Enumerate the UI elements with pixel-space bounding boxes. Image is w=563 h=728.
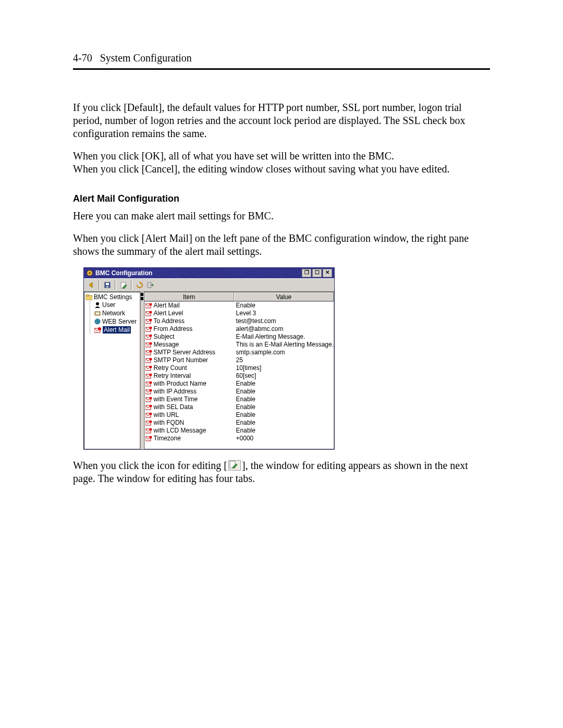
mail-icon [145, 366, 152, 371]
table-row[interactable]: with SEL DataEnable [144, 403, 334, 411]
mail-icon [145, 335, 152, 340]
row-value: +0000 [235, 435, 334, 442]
row-value: E-Mail Alerting Message. [235, 333, 334, 341]
mail-icon [145, 327, 152, 332]
table-row[interactable]: SMTP Port Number25 [144, 356, 334, 364]
edit-icon[interactable] [119, 281, 128, 289]
row-value: Enable [235, 302, 334, 310]
table-row[interactable]: Retry Count10[times] [144, 364, 334, 372]
close-icon[interactable]: ✕ [323, 269, 332, 277]
row-item-label: with IP Address [154, 388, 197, 396]
window-titlebar[interactable]: BMC Configuration ❐ ☐ ✕ [84, 268, 334, 278]
row-value: smtp.sample.com [235, 349, 334, 356]
mail-icon [145, 342, 152, 348]
row-value: Enable [235, 380, 334, 388]
column-header-item[interactable]: Item [144, 292, 234, 301]
mail-icon [145, 405, 152, 410]
table-row[interactable]: Alert MailEnable [144, 302, 334, 310]
svg-point-1 [89, 272, 91, 274]
row-value: 60[sec] [235, 372, 334, 380]
row-item-label: SMTP Server Address [154, 349, 216, 356]
maximize-icon[interactable]: ☐ [312, 269, 322, 277]
paragraph-ok: When you click [OK], all of what you hav… [73, 150, 490, 163]
tree-item-webserver[interactable]: WEB Server [94, 317, 139, 326]
save-icon[interactable] [103, 281, 112, 289]
table-row[interactable]: Timezone+0000 [144, 435, 334, 442]
table-row[interactable]: with FQDNEnable [144, 419, 334, 427]
back-icon[interactable] [87, 281, 95, 289]
mail-icon [145, 381, 152, 387]
row-value: Enable [235, 419, 334, 427]
bmc-config-window: BMC Configuration ❐ ☐ ✕ BMC Settings [83, 267, 335, 450]
table-row[interactable]: with Product NameEnable [144, 380, 334, 388]
svg-point-9 [96, 302, 99, 305]
user-icon [94, 302, 101, 308]
table-row[interactable]: Alert LevelLevel 3 [144, 310, 334, 317]
gear-icon [86, 269, 93, 277]
row-item-label: with Product Name [154, 380, 206, 388]
row-value: Enable [235, 403, 334, 411]
table-row[interactable]: with URLEnable [144, 411, 334, 419]
table-row[interactable]: MessageThis is an E-Mail Alerting Messag… [144, 341, 334, 349]
rows-container: Alert MailEnableAlert LevelLevel 3To Add… [144, 302, 334, 449]
table-row[interactable]: with LCD MessageEnable [144, 427, 334, 435]
paragraph-cancel: When you click [Cancel], the editing win… [73, 163, 490, 176]
svg-rect-3 [106, 283, 109, 285]
toolbar [84, 278, 334, 292]
table-row[interactable]: SMTP Server Addresssmtp.sample.com [144, 349, 334, 356]
mail-icon [145, 413, 152, 418]
header-rule [73, 68, 490, 70]
tree-root[interactable]: BMC Settings [85, 293, 139, 301]
column-header-value[interactable]: Value [234, 292, 334, 301]
row-value: Enable [235, 388, 334, 396]
tree-item-network[interactable]: Network [94, 309, 139, 317]
row-item-label: Alert Level [154, 310, 183, 317]
row-item-label: Subject [154, 333, 175, 341]
restore-icon[interactable]: ❐ [302, 269, 311, 277]
mail-icon [145, 397, 152, 402]
section-heading: Alert Mail Configuration [73, 193, 490, 204]
exit-icon[interactable] [146, 281, 154, 289]
reload-icon[interactable] [136, 281, 144, 289]
folder-icon [85, 294, 92, 300]
row-value: 10[times] [235, 364, 334, 372]
mail-icon [145, 350, 152, 355]
mail-icon [145, 421, 152, 426]
row-item-label: with Event Time [154, 396, 198, 403]
svg-rect-4 [106, 286, 108, 288]
mail-icon [94, 327, 101, 333]
table-row[interactable]: SubjectE-Mail Alerting Message. [144, 333, 334, 341]
window-title: BMC Configuration [95, 269, 152, 277]
row-item-label: Retry Interval [154, 372, 191, 380]
page-title: System Configuration [100, 52, 192, 64]
paragraph-intro: Here you can make alert mail settings fo… [73, 209, 490, 223]
tree-pane[interactable]: BMC Settings User Network WEB Server [84, 292, 140, 449]
mail-icon [145, 319, 152, 324]
table-row[interactable]: From Addressalert@abmc.com [144, 325, 334, 333]
tree-item-user[interactable]: User [94, 301, 139, 309]
mail-icon [145, 374, 152, 379]
mail-icon [145, 389, 152, 394]
row-item-label: with FQDN [154, 419, 185, 427]
row-item-label: From Address [154, 325, 193, 333]
svg-point-14 [98, 327, 101, 330]
network-icon [94, 310, 101, 316]
paragraph-click-alert: When you click [Alert Mail] on the left … [73, 232, 490, 258]
row-item-label: with URL [154, 411, 179, 419]
row-value: test@test.com [235, 317, 334, 325]
row-item-label: Alert Mail [154, 302, 180, 310]
table-row[interactable]: with Event TimeEnable [144, 396, 334, 403]
table-row[interactable]: with IP AddressEnable [144, 388, 334, 396]
table-row[interactable]: Retry Interval60[sec] [144, 372, 334, 380]
row-value: Enable [235, 411, 334, 419]
row-item-label: Timezone [154, 435, 181, 442]
row-value: 25 [235, 356, 334, 364]
tree-item-alertmail[interactable]: Alert Mail [94, 326, 139, 334]
svg-rect-11 [96, 313, 99, 314]
page-number: 4-70 [73, 52, 92, 64]
table-row[interactable]: To Addresstest@test.com [144, 317, 334, 325]
row-item-label: To Address [154, 317, 185, 325]
row-item-label: Retry Count [154, 364, 187, 372]
row-item-label: SMTP Port Number [154, 356, 208, 364]
svg-rect-8 [85, 294, 89, 296]
